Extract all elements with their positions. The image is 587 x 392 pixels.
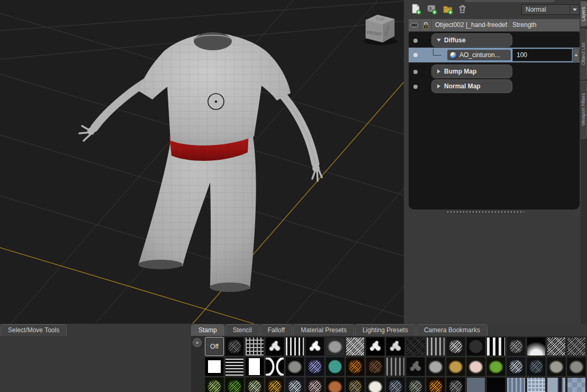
stamp-teal-disc[interactable] — [326, 357, 345, 376]
stamp-grain-noise[interactable] — [547, 337, 566, 356]
stamp-blue-plaid[interactable] — [527, 377, 546, 392]
stamp-hard-bars[interactable] — [486, 337, 505, 356]
layer-visibility-dot[interactable] — [413, 85, 418, 89]
expander-open-icon[interactable] — [437, 39, 441, 42]
tab-camera-bookmarks[interactable]: Camera Bookmarks — [417, 324, 487, 336]
stamp-slate-panel[interactable] — [466, 377, 485, 392]
stamp-rock-disc[interactable] — [366, 357, 385, 376]
left-leg-opening — [138, 260, 183, 269]
object-selector[interactable]: Object002 [_hand-freedefa — [432, 19, 508, 31]
stamp-blue-gradient[interactable] — [547, 377, 566, 392]
stamp-cracked-circle[interactable] — [446, 337, 465, 356]
stamp-lava-disc[interactable] — [346, 357, 365, 376]
blend-mode-dropdown[interactable]: Normal — [521, 4, 580, 15]
side-tab-viewport-filters[interactable]: Viewport Filters — [581, 81, 587, 139]
stamp-pink-blob[interactable] — [466, 357, 485, 376]
add-layer-group-icon[interactable] — [442, 3, 454, 15]
delete-layer-icon[interactable] — [456, 3, 468, 15]
stamp-splatter-streak[interactable] — [386, 337, 405, 356]
stamp-dark-sparkle[interactable] — [446, 377, 465, 392]
tab-stamp[interactable]: Stamp — [191, 324, 224, 336]
strength-value-field[interactable]: 100 — [512, 49, 572, 61]
stamp-green-bush[interactable] — [225, 377, 244, 392]
3d-viewport[interactable]: TOP FRONT RIGHT — [0, 0, 404, 324]
stamp-gray-blob[interactable] — [547, 357, 566, 376]
stamp-silver-rocks[interactable] — [507, 357, 526, 376]
stamp-gray-moss[interactable] — [406, 377, 425, 392]
stamp-ember-cluster[interactable] — [426, 377, 445, 392]
stamp-dotted-sphere[interactable] — [466, 337, 485, 356]
expander-closed-icon[interactable] — [437, 69, 440, 74]
layer-visibility-dot[interactable] — [413, 53, 418, 57]
add-layer-with-image-icon[interactable] — [426, 3, 438, 15]
tray-expand-arrow-icon[interactable]: » — [193, 338, 202, 347]
stamp-plaid-grid[interactable] — [245, 337, 264, 356]
lock-column-icon[interactable] — [420, 19, 432, 31]
stamp-off-button[interactable]: Off — [205, 337, 224, 356]
dropdown-arrow-icon[interactable] — [570, 5, 579, 14]
layer-visibility-dot[interactable] — [413, 70, 418, 74]
layer-visibility-dot[interactable] — [413, 39, 418, 43]
stamp-brown-crust[interactable] — [346, 377, 365, 392]
stamp-faint-noise[interactable] — [406, 337, 425, 356]
clipped-panel-edge — [465, 0, 555, 2]
layer-item-ao-cinturon[interactable]: AO_cinturon... — [447, 49, 511, 61]
panel-resize-handle[interactable] — [447, 211, 524, 213]
stamp-soft-stripes[interactable] — [426, 337, 445, 356]
right-leg-opening — [210, 282, 250, 292]
stamp-pale-lichen[interactable] — [245, 377, 264, 392]
tab-material-presets[interactable]: Material Presets — [293, 324, 354, 336]
stamp-grain-noise-2[interactable] — [567, 337, 586, 356]
stamp-purple-cluster[interactable] — [305, 357, 324, 376]
stamp-cobblestone[interactable] — [386, 377, 405, 392]
stamp-pink-glitter[interactable] — [305, 377, 324, 392]
stamp-gravel-mound[interactable] — [426, 357, 445, 376]
stamp-speckle-circle[interactable] — [225, 337, 244, 356]
stamp-splatter-bright[interactable] — [305, 337, 324, 356]
tab-select-move-tools[interactable]: Select/Move Tools — [1, 324, 67, 336]
layers-toolbar: Normal — [408, 3, 581, 17]
stamp-black-swatch[interactable] — [486, 377, 505, 392]
layer-row-selected[interactable]: AO_cinturon... 100 + — [409, 48, 580, 62]
south-tab-bar: Select/Move Tools StampStencilFalloffMat… — [0, 324, 587, 336]
strength-spinner[interactable]: + — [573, 48, 580, 62]
stamp-copper-patch[interactable] — [326, 377, 345, 392]
stamp-honeycomb-disc[interactable] — [265, 377, 284, 392]
tab-falloff[interactable]: Falloff — [260, 324, 292, 336]
tab-lighting-presets[interactable]: Lighting Presets — [355, 324, 416, 336]
stamp-white-square[interactable] — [205, 357, 224, 376]
expander-closed-icon[interactable] — [437, 84, 440, 88]
stamp-white-rect[interactable] — [245, 357, 264, 376]
stamp-white-tuft[interactable] — [366, 377, 385, 392]
stamp-dark-gravel[interactable] — [527, 357, 546, 376]
stamp-dry-leaves[interactable] — [446, 357, 465, 376]
stamp-blue-checker[interactable] — [567, 377, 586, 392]
blend-mode-value: Normal — [522, 6, 570, 13]
stamp-leafy-plant[interactable] — [205, 377, 224, 392]
layer-group-diffuse[interactable]: Diffuse — [431, 33, 512, 47]
stamp-silver-glitter[interactable] — [285, 377, 304, 392]
visibility-column-eye-icon[interactable] — [409, 19, 420, 31]
stamp-rough-strokes[interactable] — [225, 357, 244, 376]
stamp-grid: Off — [205, 337, 586, 392]
stamp-dark-splat[interactable] — [406, 357, 425, 376]
tab-stencil[interactable]: Stencil — [225, 324, 259, 336]
stamp-crescent-pair[interactable] — [265, 357, 284, 376]
layer-group-bump-map[interactable]: Bump Map — [431, 65, 512, 78]
side-tab-object-list[interactable]: Object List — [581, 29, 587, 79]
stamp-grass-clump[interactable] — [486, 357, 505, 376]
add-paint-layer-icon[interactable] — [410, 3, 422, 15]
layer-group-normal-map[interactable]: Normal Map — [431, 79, 512, 93]
stamp-noise-blob[interactable] — [507, 337, 526, 356]
stamp-splatter[interactable] — [265, 337, 284, 356]
stamp-blurred-streaks[interactable] — [386, 357, 405, 376]
stamp-splatter-burst[interactable] — [366, 337, 385, 356]
stamp-clouds-noise[interactable] — [346, 337, 365, 356]
side-tab-layers[interactable]: Layers — [581, 1, 587, 26]
stamp-denim-texture[interactable] — [507, 377, 526, 392]
stamp-soft-blob[interactable] — [326, 337, 345, 356]
stamp-gray-blob-2[interactable] — [567, 357, 586, 376]
stamp-stone-blob[interactable] — [285, 357, 304, 376]
stamp-torn-stripes[interactable] — [285, 337, 304, 356]
stamp-lit-sphere[interactable] — [527, 337, 546, 356]
